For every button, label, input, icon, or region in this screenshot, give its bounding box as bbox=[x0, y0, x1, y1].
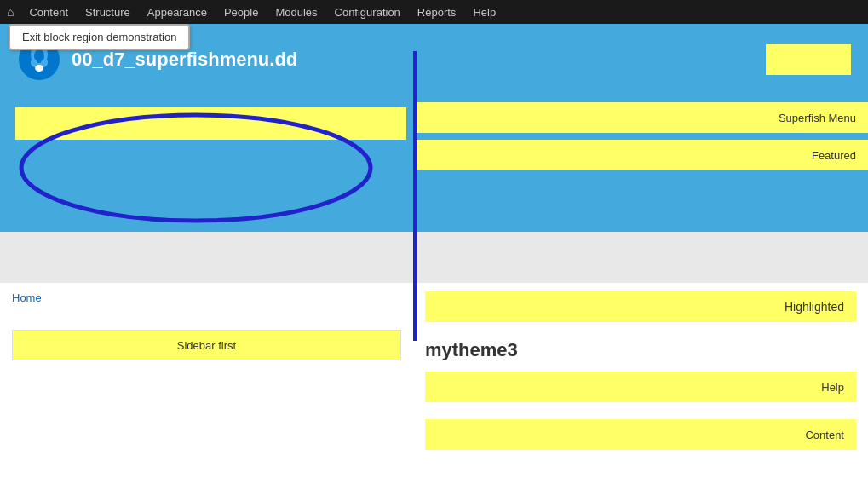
sub-section bbox=[0, 232, 868, 283]
home-icon[interactable]: ⌂ bbox=[7, 5, 14, 19]
left-header-region bbox=[0, 95, 413, 232]
nav-structure[interactable]: Structure bbox=[77, 0, 139, 24]
content-row: Home Sidebar first Highlighted mytheme3 … bbox=[0, 283, 868, 484]
exit-block-button[interactable]: Exit block region demonstration bbox=[9, 24, 190, 50]
nav-appearance[interactable]: Appearance bbox=[139, 0, 216, 24]
content-right: Highlighted mytheme3 Help Content bbox=[413, 283, 868, 484]
right-header-region: Superfish Menu Featured bbox=[413, 95, 868, 232]
help-block[interactable]: Help bbox=[425, 372, 856, 402]
site-name: 00_d7_superfishmenu.dd bbox=[72, 49, 297, 71]
nav-configuration[interactable]: Configuration bbox=[326, 0, 409, 24]
content-block[interactable]: Content bbox=[425, 419, 856, 450]
theme-name: mytheme3 bbox=[425, 339, 856, 361]
layout-area: Superfish Menu Featured bbox=[0, 95, 868, 232]
superfish-menu-block[interactable]: Superfish Menu bbox=[413, 102, 868, 133]
content-left: Home Sidebar first bbox=[0, 283, 413, 484]
nav-reports[interactable]: Reports bbox=[409, 0, 465, 24]
vertical-annotation-line bbox=[413, 51, 417, 341]
nav-content[interactable]: Content bbox=[20, 0, 77, 24]
nav-help[interactable]: Help bbox=[464, 0, 504, 24]
sidebar-first-block[interactable]: Sidebar first bbox=[12, 330, 401, 360]
header-yellow-block bbox=[766, 44, 851, 75]
header-region-left-block bbox=[15, 107, 406, 140]
featured-block[interactable]: Featured bbox=[413, 140, 868, 170]
highlighted-block[interactable]: Highlighted bbox=[425, 291, 856, 322]
nav-modules[interactable]: Modules bbox=[267, 0, 325, 24]
admin-toolbar: ⌂ Content Structure Appearance People Mo… bbox=[0, 0, 868, 24]
home-breadcrumb[interactable]: Home bbox=[12, 291, 42, 304]
nav-people[interactable]: People bbox=[216, 0, 267, 24]
svg-point-5 bbox=[35, 65, 43, 72]
